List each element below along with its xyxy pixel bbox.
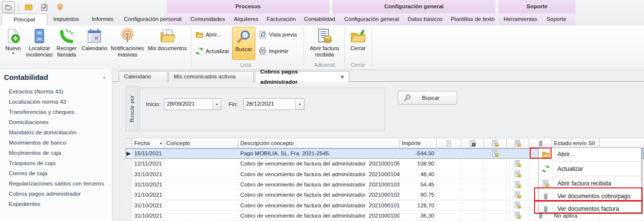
mis-documentos-button[interactable]: Mis documentos (146, 26, 189, 67)
buscar-button-label: Buscar (411, 95, 450, 101)
close-icon[interactable]: × (340, 72, 344, 82)
ribbon-tab-informes[interactable]: Informes (86, 14, 119, 25)
buscar-por-label: Buscar por (129, 95, 135, 123)
menu-separator (555, 161, 640, 162)
menu-item-label: Abrir... (557, 151, 574, 158)
group-separator (304, 27, 304, 67)
sidebar-item-movimientos-banco[interactable]: Movimientos de banco (9, 138, 66, 148)
column-header-attachment[interactable] (529, 138, 552, 148)
button-label: Localizar incidencias (26, 45, 53, 57)
collapse-chevron-icon[interactable]: ‹ (103, 74, 105, 81)
cell-icon (507, 190, 529, 200)
sidebar-item-cobros-pagos-administrador[interactable]: Cobros pagos administrador (9, 189, 81, 199)
doc-tab-cobros-pagos-administrador[interactable]: Cobros pagos administrador × (255, 71, 349, 82)
sidebar-item-expedientes[interactable]: Expedientes (9, 199, 40, 209)
chevron-down-icon[interactable]: ▾ (295, 99, 304, 110)
ribbon-tab-plantillas-de-texto[interactable]: Plantillas de texto (447, 14, 498, 25)
abrir-button[interactable]: Abrir... (196, 29, 221, 40)
sidebar-item-localizacion-norma[interactable]: Localización norma 43 (9, 97, 66, 107)
column-header-receipt[interactable] (437, 138, 461, 148)
file-cabinet-icon (32, 28, 47, 44)
sidebar-item-movimientos-caja[interactable]: Movimientos de caja (9, 148, 61, 158)
actualizar-button[interactable]: Actualizar (196, 46, 229, 56)
ribbon-tab-alquileres[interactable]: Alquileres (231, 14, 261, 25)
sort-desc-icon[interactable]: ▾ (160, 141, 162, 146)
cell-importe: -544,50 (400, 148, 437, 158)
invoice-coins-icon[interactable] (514, 212, 521, 219)
cell-descripcion: Pago MOBILIA, SL, Fra. 2021-2545. (238, 148, 400, 158)
menu-item-actualizar[interactable]: Actualizar (539, 163, 641, 175)
button-label: Actualizar (206, 48, 229, 54)
toolbar-separator (18, 3, 19, 12)
chevron-down-icon[interactable]: ▾ (212, 99, 221, 110)
button-label: Notificaciones masivas (110, 45, 145, 57)
column-header-fecha[interactable]: Fecha ▾ (132, 138, 164, 148)
fin-date-input[interactable]: 28/12/2021 ▾ (243, 98, 304, 110)
abrir-factura-recibida-button[interactable]: Abrir factura recibida (305, 26, 343, 67)
column-header-estado[interactable]: Estado envío SII (552, 138, 600, 148)
doc-tab-mis-comunicados[interactable]: Mis comunicados activos (168, 71, 254, 82)
column-header-descripcion[interactable]: Descripción concepto (238, 138, 400, 148)
tasks-clipboard-icon[interactable] (38, 2, 50, 13)
ribbon-tab-facturacion[interactable]: Facturación (264, 14, 299, 25)
highlight-box-menu-cobro-pago (534, 187, 643, 201)
cerrar-button[interactable]: Cerrar (346, 26, 370, 67)
menu-item-label: Actualizar (557, 166, 583, 172)
column-header-document-save[interactable] (461, 138, 484, 148)
cell-descripcion: Cobro de vencimiento de factura del admi… (238, 190, 400, 200)
sidebar-item-domiciliaciones[interactable]: Domiciliaciones (9, 117, 49, 128)
invoice-coins-icon[interactable] (514, 181, 521, 188)
invoice-coins-icon[interactable] (492, 150, 499, 157)
localizar-incidencias-button[interactable]: Localizar incidencias (26, 26, 53, 67)
recoger-llamada-button[interactable]: Recoger llamada (54, 26, 79, 67)
cell-fecha: 31/10/2021 (132, 201, 164, 210)
search-icon (236, 29, 251, 45)
invoice-coins-icon[interactable] (514, 170, 521, 178)
vista-previa-button[interactable]: Vista previa (259, 29, 297, 40)
ribbon-tab-impuestos[interactable]: Impuestos (49, 14, 84, 25)
sidebar-item-traspasos-caja[interactable]: Traspasos de caja (9, 158, 55, 168)
mail-icon[interactable] (23, 2, 35, 13)
ribbon-tab-herramientas[interactable]: Herramientas (502, 14, 539, 25)
column-header-importe[interactable]: Importe (400, 138, 437, 148)
invoice-coins-icon[interactable] (514, 160, 521, 167)
broadcast-icon[interactable] (54, 2, 66, 13)
ribbon-tab-configuracion-personal[interactable]: Configuración personal (122, 14, 184, 25)
buscar-ribbon-button[interactable]: Buscar (232, 27, 255, 60)
notificaciones-masivas-button[interactable]: Notificaciones masivas (110, 26, 145, 67)
sidebar-item-cierres-caja[interactable]: Cierres de caja (9, 168, 47, 179)
inicio-date-value: 28/09/2021 (164, 99, 212, 110)
invoice-coins-icon (317, 28, 332, 44)
invoice-coins-icon[interactable] (514, 202, 521, 209)
nuevo-button[interactable]: Nuevo ▾ (2, 26, 24, 67)
ribbon-tab-contabilidad[interactable]: Contabilidad (301, 14, 338, 25)
column-header-invoice-2[interactable] (507, 138, 529, 148)
row-selector-header (125, 138, 132, 148)
column-header-concepto[interactable]: Concepto (164, 138, 238, 148)
ribbon-tab-comunidades[interactable]: Comunidades (187, 14, 229, 25)
ribbon-tab-soporte[interactable]: Soporte (541, 14, 572, 25)
button-label: Calendario (81, 45, 107, 52)
button-label: Recoger llamada (54, 45, 79, 57)
ribbon-tab-datos-basicos[interactable]: Datos básicos (405, 14, 445, 25)
phone-device-icon[interactable] (2, 1, 15, 13)
sidebar-item-transferencias[interactable]: Transferencias y cheques (9, 107, 74, 117)
column-header-invoice-1[interactable] (484, 138, 507, 148)
cell-descripcion: Cobro de vencimiento de factura del admi… (238, 159, 400, 168)
ribbon-tab-configuracion-general[interactable]: Configuración general (340, 14, 403, 25)
sidebar-item-mandatos[interactable]: Mandatos de domiciliación (9, 128, 76, 138)
sidebar-item-extractos[interactable]: Extractos (Norma 43) (9, 87, 63, 97)
refresh-icon (539, 165, 553, 173)
cell-icon (507, 148, 529, 158)
inicio-date-input[interactable]: 28/09/2021 ▾ (164, 98, 221, 110)
invoice-coins-icon[interactable] (514, 191, 521, 199)
calendario-button[interactable]: Calendario (80, 26, 109, 67)
imprimir-button[interactable]: Imprimir (259, 46, 288, 56)
sidebar-item-regularizaciones[interactable]: Regularizaciones saldos con terceros (9, 179, 104, 189)
menu-item-abrir[interactable]: Abrir... (539, 148, 641, 161)
doc-tab-calendario[interactable]: Calendario (119, 71, 167, 82)
ribbon-tab-principal[interactable]: Principal (1, 14, 47, 26)
buscar-button[interactable]: Buscar (398, 91, 457, 105)
cell-fecha: 31/10/2021 (132, 211, 164, 221)
cell-importe: 48,40 (400, 169, 437, 179)
